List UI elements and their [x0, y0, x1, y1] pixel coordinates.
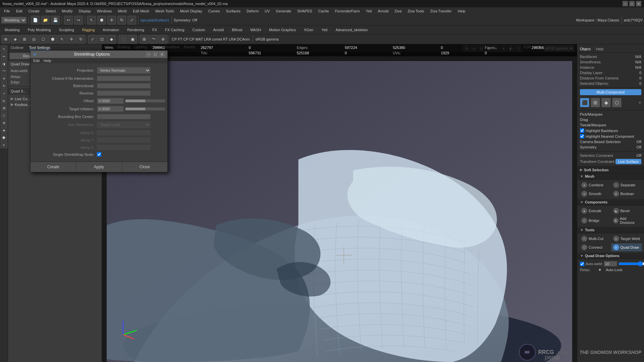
extrude-button[interactable]: ▲ Extrude — [579, 207, 610, 215]
soft-mod-icon[interactable]: ◎ — [1, 97, 7, 104]
tab-xgen[interactable]: XGen — [302, 27, 315, 33]
new-btn[interactable]: 📄 — [31, 16, 40, 24]
icon-btn-13[interactable]: ⬛ — [119, 35, 127, 44]
menu-item-mesh-display[interactable]: Mesh Display — [177, 8, 205, 14]
mc-diamond-icon[interactable]: ◆ — [601, 98, 611, 107]
mc-hex-icon[interactable]: ⬡ — [612, 98, 622, 107]
maximize-button[interactable]: □ — [629, 1, 635, 6]
icon-btn-3[interactable]: ⊞ — [20, 35, 29, 44]
blend-icon[interactable]: ⬟ — [1, 134, 7, 141]
menu-item-file[interactable]: File — [1, 8, 13, 14]
highlight-nearest-checkbox[interactable] — [580, 134, 584, 138]
lattice-icon[interactable]: ⊞ — [1, 105, 7, 111]
ik-icon[interactable]: ⊗ — [1, 119, 7, 126]
close-button[interactable]: ✕ — [636, 1, 641, 6]
outliner-tab[interactable]: Outliner — [11, 46, 24, 50]
icon-btn-12[interactable]: ◆ — [107, 35, 116, 44]
minimize-button[interactable]: ─ — [623, 1, 628, 6]
tab-advanced-skeleton[interactable]: Advanced_skeleton — [333, 27, 370, 33]
open-btn[interactable]: 📁 — [41, 16, 50, 24]
mesh-section-header[interactable]: ▼ Mesh — [577, 173, 644, 180]
cluster-icon[interactable]: ◈ — [1, 127, 7, 133]
menu-item-ziva[interactable]: Ziva — [392, 8, 404, 14]
tab-modeling[interactable]: Modeling — [3, 27, 22, 33]
combine-button[interactable]: ● Combine — [579, 181, 610, 189]
menu-item-create[interactable]: Create — [26, 8, 42, 14]
scale-tool-icon[interactable]: ⤢ — [1, 90, 7, 97]
object-tab[interactable]: Object — [580, 47, 591, 51]
menu-item-ziva-transfer[interactable]: Ziva Transfer — [427, 8, 454, 14]
tab-bifrost[interactable]: Bifrost — [230, 27, 244, 33]
mode-select[interactable]: Modeling — [1, 17, 26, 23]
sw-axis-reference-select[interactable]: Target Local — [97, 121, 151, 128]
menu-item-deform[interactable]: Deform — [244, 8, 261, 14]
sw-offset-slider[interactable] — [125, 99, 165, 103]
tab-sculpting[interactable]: Sculpting — [57, 27, 76, 33]
sw-create-button[interactable]: Create — [31, 162, 76, 172]
pick-marquee-row[interactable]: Pick/Marquee — [580, 112, 641, 117]
menu-item-mesh[interactable]: Mesh — [115, 8, 129, 14]
move-tool-icon[interactable]: ✛ — [1, 75, 7, 82]
mc-grid-icon[interactable]: ⊞ — [591, 98, 600, 107]
smooth-button[interactable]: ◎ Smooth — [579, 190, 610, 198]
icon-btn-6[interactable]: ⬟ — [48, 35, 57, 44]
tab-motion-graphics[interactable]: Motion Graphics — [267, 27, 298, 33]
snap-point-btn[interactable]: ⊕ — [159, 35, 167, 44]
sculpt-icon[interactable]: ◑ — [1, 60, 7, 67]
menu-item-mesh-tools[interactable]: Mesh Tools — [153, 8, 176, 14]
menu-item-cache[interactable]: Cache — [316, 8, 332, 14]
tab-yeti[interactable]: Yeti — [319, 27, 329, 33]
quad-draw-options-header[interactable]: ▼ Quad Draw Options — [577, 253, 644, 259]
lasso-btn[interactable]: ⬟ — [97, 16, 106, 24]
tab-fx-caching[interactable]: FX Caching — [163, 27, 186, 33]
paint-icon[interactable]: ✏ — [1, 53, 7, 60]
sw-offset-input[interactable] — [97, 98, 124, 104]
mc-cube-icon[interactable]: ⬛ — [580, 98, 589, 107]
bevel-button[interactable]: ◣ Bevel — [611, 207, 642, 215]
snap-curve-btn[interactable]: 〜 — [149, 35, 158, 44]
menu-item-forrenderfarm[interactable]: ForrenderFarm — [332, 8, 363, 14]
menu-item-select[interactable]: Select — [43, 8, 59, 14]
tool-settings-tab[interactable]: Tool Settings — [29, 46, 50, 50]
sw-help-menu[interactable]: Help — [44, 59, 51, 63]
menu-item-edit-mesh[interactable]: Edit Mesh — [130, 8, 152, 14]
multi-cut-button[interactable]: ✂ Multi-Cut — [579, 235, 610, 243]
target-weld-button[interactable]: ◎ Target Weld — [611, 235, 642, 243]
qd-relax-dropdown[interactable]: ▼ — [598, 268, 602, 272]
menu-item-edit[interactable]: Edit — [13, 8, 25, 14]
icon-btn-10[interactable]: ⤢ — [88, 35, 97, 44]
icon-btn-1[interactable]: ⊕ — [1, 35, 10, 44]
quad-draw-button[interactable]: ⊞ Quad Draw — [611, 243, 642, 251]
menu-item-ziva-tools[interactable]: Ziva Tools — [405, 8, 427, 14]
scale-btn[interactable]: ⤢ — [127, 16, 136, 24]
highlight-backfaces-checkbox[interactable] — [580, 128, 584, 133]
qd-auto-weld-checkbox[interactable] — [580, 262, 584, 266]
menu-item-help[interactable]: Help — [455, 8, 468, 14]
redo-btn[interactable]: ↪ — [74, 16, 83, 24]
menu-item-uv[interactable]: UV — [262, 8, 272, 14]
icon-btn-4[interactable]: ◎ — [30, 35, 38, 44]
sw-minimize-button[interactable]: ─ — [146, 52, 151, 57]
icon-btn-2[interactable]: ◈ — [11, 35, 19, 44]
snap-grid-btn[interactable]: ⊞ — [140, 35, 149, 44]
live-surface-button[interactable]: Live Surface — [615, 159, 641, 164]
icon-btn-11[interactable]: ⊡ — [98, 35, 106, 44]
tab-fx[interactable]: FX — [150, 27, 159, 33]
joint-icon[interactable]: ⬡ — [1, 112, 7, 119]
menu-item-surfaces[interactable]: Surfaces — [223, 8, 243, 14]
sw-apply-button[interactable]: Apply — [76, 162, 122, 172]
mc-close-icon[interactable]: ✕ — [638, 101, 641, 105]
list-icon[interactable]: ≡ — [1, 141, 7, 148]
menu-item-windows[interactable]: Windows — [94, 8, 115, 14]
sw-target-inflation-slider[interactable] — [125, 107, 165, 111]
viewport-area[interactable]: View Shading Lighting Show Renderer Pane… — [102, 44, 577, 362]
sw-close-button[interactable]: Close — [122, 162, 167, 172]
select-btn[interactable]: ↖ — [87, 16, 96, 24]
qd-auto-weld-slider[interactable] — [619, 262, 644, 266]
menu-item-display[interactable]: Display — [76, 8, 94, 14]
components-section-header[interactable]: ▼ Components — [577, 199, 644, 205]
add-divisions-button[interactable]: ⊞ Add Divisions — [611, 216, 642, 226]
tools-section-header[interactable]: ▼ Tools — [577, 227, 644, 233]
menu-item-generate[interactable]: Generate — [273, 8, 294, 14]
menu-item-arnold[interactable]: Arnold — [375, 8, 391, 14]
